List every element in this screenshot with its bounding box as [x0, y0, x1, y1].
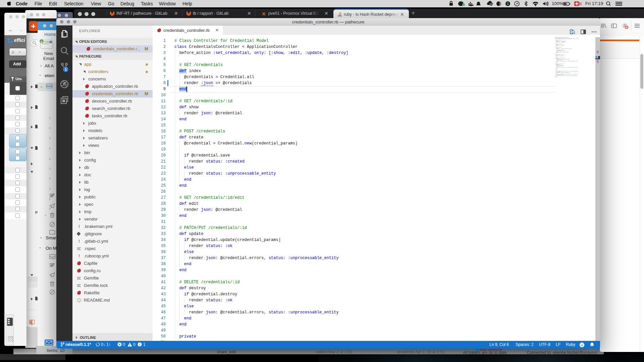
- svg-text:S: S: [507, 2, 509, 6]
